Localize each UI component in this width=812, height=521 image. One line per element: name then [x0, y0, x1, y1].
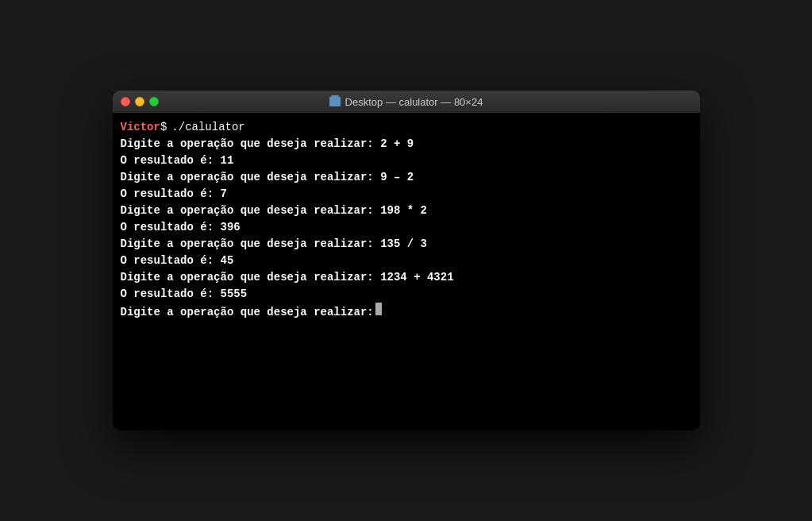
prompt-command: ./calulator: [171, 119, 244, 136]
terminal-line-7: Digite a operação que deseja realizar: 1…: [121, 236, 692, 253]
terminal-line-10: O resultado é: 5555: [121, 286, 692, 303]
window-title: Desktop — calulator — 80×24: [329, 96, 483, 108]
terminal-window: Desktop — calulator — 80×24 Victor$ ./ca…: [113, 91, 700, 430]
terminal-line-8: O resultado é: 45: [121, 253, 692, 269]
window-icon: [329, 97, 341, 106]
terminal-line-cursor: Digite a operação que deseja realizar:: [121, 303, 692, 321]
window-title-text: Desktop — calulator — 80×24: [345, 96, 483, 108]
terminal-line-1: Digite a operação que deseja realizar: 2…: [121, 136, 692, 152]
minimize-button[interactable]: [135, 97, 144, 106]
command-prompt-line: Victor$ ./calulator: [121, 119, 692, 136]
traffic-lights: [121, 97, 159, 106]
close-button[interactable]: [121, 97, 130, 106]
terminal-body[interactable]: Victor$ ./calulator Digite a operação qu…: [113, 113, 700, 430]
terminal-line-9: Digite a operação que deseja realizar: 1…: [121, 269, 692, 286]
terminal-line-4: O resultado é: 7: [121, 186, 692, 203]
terminal-line-6: O resultado é: 396: [121, 219, 692, 236]
terminal-line-3: Digite a operação que deseja realizar: 9…: [121, 169, 692, 186]
terminal-line-5: Digite a operação que deseja realizar: 1…: [121, 203, 692, 219]
prompt-dollar: $: [160, 119, 167, 136]
terminal-line-2: O resultado é: 11: [121, 152, 692, 169]
prompt-username: Victor: [121, 119, 160, 136]
titlebar: Desktop — calulator — 80×24: [113, 91, 700, 113]
maximize-button[interactable]: [149, 97, 159, 106]
terminal-cursor: [375, 303, 382, 315]
